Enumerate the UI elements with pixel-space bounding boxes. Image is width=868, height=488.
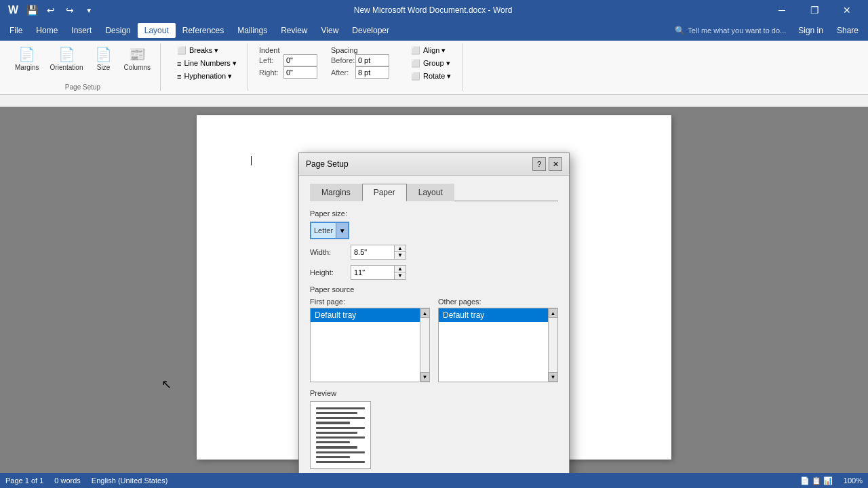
- undo-button[interactable]: ↩: [43, 2, 59, 18]
- share-button[interactable]: Share: [830, 23, 865, 38]
- tab-paper[interactable]: Paper: [362, 184, 407, 201]
- indent-right-row: Right:: [259, 66, 317, 79]
- close-button[interactable]: ✕: [831, 0, 863, 20]
- page-setup-buttons: 📄 Margins 📄 Orientation 📄 Size 📰 Columns: [11, 43, 155, 74]
- height-row: Height: ▲ ▼: [310, 265, 558, 280]
- line-numbers-icon: ≡: [177, 60, 181, 68]
- spacing-before-label: Before:: [331, 56, 353, 64]
- preview-label: Preview: [310, 389, 558, 397]
- menu-references[interactable]: References: [176, 23, 231, 38]
- menu-layout[interactable]: Layout: [138, 23, 176, 38]
- view-buttons: 📄 📋 📊: [800, 476, 833, 485]
- preview-section: Preview: [310, 389, 558, 469]
- height-arrows: ▲ ▼: [395, 265, 406, 280]
- group-label: Group ▾: [423, 59, 450, 68]
- preview-box: [310, 401, 371, 469]
- width-input[interactable]: [351, 245, 395, 260]
- width-down-button[interactable]: ▼: [395, 252, 406, 259]
- first-page-default-tray[interactable]: Default tray: [311, 308, 420, 322]
- minimize-button[interactable]: ─: [766, 0, 797, 20]
- window-title: New Microsoft Word Document.docx - Word: [100, 5, 766, 15]
- dialog-help-button[interactable]: ?: [532, 157, 546, 171]
- hyphenation-icon: ≡: [177, 73, 181, 81]
- width-up-button[interactable]: ▲: [395, 245, 406, 252]
- menu-developer[interactable]: Developer: [345, 23, 396, 38]
- preview-line-12: [316, 461, 365, 463]
- group-button[interactable]: ⬜ Group ▾: [408, 58, 454, 69]
- quick-access-toolbar: W 💾 ↩ ↪ ▼: [5, 2, 100, 18]
- indent-right-input[interactable]: [283, 66, 317, 79]
- line-numbers-button[interactable]: ≡ Line Numbers ▾: [174, 58, 239, 69]
- dialog-title-bar[interactable]: Page Setup ? ✕: [299, 153, 569, 176]
- dialog-body: Margins Paper Layout Paper size: Letter …: [299, 176, 569, 473]
- menu-view[interactable]: View: [315, 23, 346, 38]
- menu-insert[interactable]: Insert: [64, 23, 98, 38]
- preview-line-6: [316, 432, 357, 434]
- spacing-after-input[interactable]: [355, 66, 389, 79]
- columns-button[interactable]: 📰 Columns: [120, 43, 155, 74]
- restore-button[interactable]: ❐: [799, 0, 830, 20]
- redo-button[interactable]: ↪: [62, 2, 78, 18]
- rotate-button[interactable]: ⬜ Rotate ▾: [408, 70, 454, 82]
- other-pages-listbox[interactable]: Default tray: [438, 308, 549, 382]
- height-up-button[interactable]: ▲: [395, 266, 406, 272]
- tab-margins[interactable]: Margins: [310, 184, 362, 201]
- menu-home[interactable]: Home: [29, 23, 64, 38]
- ruler: [0, 95, 868, 107]
- preview-line-10: [316, 451, 365, 453]
- other-pages-default-tray[interactable]: Default tray: [439, 308, 548, 322]
- align-label: Align ▾: [423, 46, 446, 55]
- paper-size-section: Paper size: Letter ▼ Width: ▲: [310, 209, 558, 280]
- preview-line-3: [316, 417, 365, 419]
- spacing-after-row: After:: [331, 66, 389, 79]
- other-pages-source-col: Other pages: Default tray ▲ ▼: [438, 298, 558, 382]
- height-input[interactable]: [351, 265, 395, 280]
- group-icon: ⬜: [411, 59, 420, 68]
- indent-left-input[interactable]: [283, 54, 317, 66]
- spacing-before-input[interactable]: [355, 54, 389, 66]
- align-button[interactable]: ⬜ Align ▾: [408, 45, 454, 56]
- menu-file[interactable]: File: [3, 23, 29, 38]
- rotate-icon: ⬜: [411, 72, 420, 81]
- main-area: Page Setup ? ✕ Margins Paper Layout Pape…: [0, 95, 868, 473]
- first-page-scroll-up[interactable]: ▲: [420, 308, 430, 318]
- hyphenation-button[interactable]: ≡ Hyphenation ▾: [174, 70, 239, 82]
- margins-ribbon-button[interactable]: 📄 Margins: [11, 43, 43, 74]
- other-pages-source-label: Other pages:: [438, 298, 558, 306]
- word-logo-icon: W: [8, 4, 18, 16]
- size-button[interactable]: 📄 Size: [90, 43, 117, 74]
- spacing-before-row: Before:: [331, 54, 389, 66]
- first-page-scroll-down[interactable]: ▼: [420, 372, 430, 382]
- breaks-button[interactable]: ⬜ Breaks ▾: [174, 45, 239, 56]
- qat-more-button[interactable]: ▼: [81, 2, 97, 18]
- paper-size-dropdown-arrow[interactable]: ▼: [336, 223, 348, 238]
- height-down-button[interactable]: ▼: [395, 272, 406, 279]
- breaks-label: Breaks ▾: [189, 46, 218, 55]
- dialog-title-buttons: ? ✕: [532, 157, 562, 171]
- other-pages-listbox-wrapper: Default tray ▲ ▼: [438, 308, 558, 382]
- first-page-source-label: First page:: [310, 298, 430, 306]
- size-icon: 📄: [95, 46, 112, 62]
- save-button[interactable]: 💾: [24, 2, 40, 18]
- menu-bar: File Home Insert Design Layout Reference…: [0, 20, 868, 41]
- orientation-button[interactable]: 📄 Orientation: [46, 43, 87, 74]
- indent-spacing-area: Indent Left: Right: Spacing Before: Afte…: [254, 43, 395, 81]
- tab-layout[interactable]: Layout: [407, 184, 454, 201]
- paper-source-label: Paper source: [310, 285, 558, 293]
- first-page-scroll-track: [420, 318, 429, 372]
- menu-mailings[interactable]: Mailings: [231, 23, 274, 38]
- other-pages-scroll-down[interactable]: ▼: [549, 372, 558, 382]
- dialog-close-button[interactable]: ✕: [549, 157, 562, 171]
- other-pages-scrollbar[interactable]: ▲ ▼: [549, 308, 558, 382]
- sign-in-button[interactable]: Sign in: [791, 23, 830, 38]
- first-page-listbox[interactable]: Default tray: [310, 308, 420, 382]
- first-page-scrollbar[interactable]: ▲ ▼: [420, 308, 430, 382]
- preview-line-1: [316, 407, 365, 409]
- paper-size-combo[interactable]: Letter ▼: [310, 222, 349, 239]
- menu-review[interactable]: Review: [274, 23, 314, 38]
- menu-design[interactable]: Design: [98, 23, 137, 38]
- other-pages-scroll-up[interactable]: ▲: [549, 308, 558, 318]
- indent-section: Indent Left: Right:: [259, 46, 317, 79]
- breaks-icon: ⬜: [177, 46, 186, 55]
- zoom-level: 100%: [844, 476, 863, 485]
